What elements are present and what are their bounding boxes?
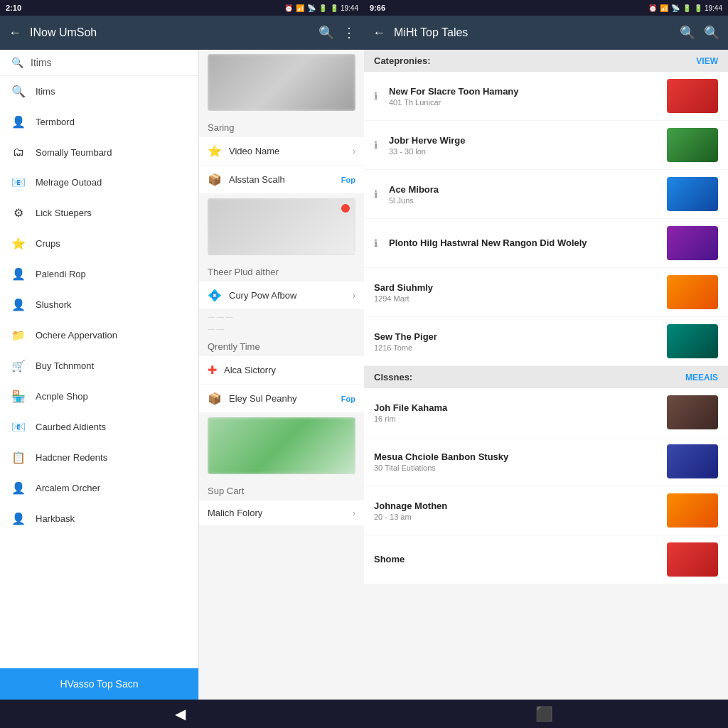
sidebar-item-caurbed-aldients[interactable]: 📧 Caurbed Aldients — [0, 412, 198, 442]
class-item[interactable]: Joh File Kahama 16 rim — [364, 388, 728, 437]
sidebar-item-acnple-shop[interactable]: 🏪 Acnple Shop — [0, 381, 198, 412]
class-item[interactable]: Mesua Chciole Banbon Stusky 30 Tital Eut… — [364, 437, 728, 486]
cury-label: Cury Pow Afbow — [229, 290, 346, 301]
alca-label: Alca Sictorry — [224, 365, 355, 375]
right-content: Catepronies: VIEW ℹ New For Slacre Toon … — [364, 50, 728, 700]
search-label: Itims — [31, 57, 52, 68]
right-search-icon-2[interactable]: 🔍 — [704, 25, 719, 41]
left-back-button[interactable]: ← — [9, 26, 21, 41]
sidebar-item-label: Acnple Shop — [36, 391, 88, 402]
chevron-icon-2: › — [353, 291, 355, 301]
left-icons: ⏰ 📶 📡 🔋 🔋 19:44 — [284, 4, 358, 12]
category-item[interactable]: ℹ Jobr Herve Wirge 33 - 30 lon — [364, 121, 728, 169]
sidebar-item-label: Termbord — [36, 117, 75, 127]
middle-item-malich[interactable]: Malich Folory › — [199, 500, 364, 525]
item-info: Shome — [374, 554, 660, 566]
categories-header: Catepronies: VIEW — [364, 50, 728, 72]
sidebar-item-arcalem-orcher[interactable]: 👤 Arcalem Orcher — [0, 473, 198, 503]
left-search-icon[interactable]: 🔍 — [318, 25, 334, 41]
middle-thumb-1 — [208, 54, 355, 111]
sidebar-item-crups[interactable]: ⭐ Crups — [0, 228, 198, 259]
eley-badge: Fop — [341, 395, 355, 403]
right-back-button[interactable]: ← — [373, 26, 385, 41]
classes-action-btn[interactable]: MEEAIS — [685, 373, 718, 382]
left-topbar: ← INow UmSoh 🔍 ⋮ — [0, 16, 364, 50]
wifi-icon: 📶 — [296, 4, 304, 12]
left-panel-title: INow UmSoh — [30, 26, 310, 39]
sidebar-item-icon: 👤 — [11, 267, 26, 281]
sidebar-item-label: Buy Tchnmont — [36, 360, 94, 371]
sidebar-bottom-button[interactable]: HVasso Top Sacn — [0, 668, 198, 700]
alsstan-badge: Fop — [341, 176, 355, 184]
info-icon: ℹ — [374, 139, 378, 151]
sidebar-item-icon: 🔍 — [11, 85, 26, 98]
right-status-bar: 9:66 ⏰ 📶 📡 🔋 🔋 19:44 — [364, 0, 728, 16]
section2-header: Theer Plud alther — [199, 259, 364, 282]
item-info: Sard Siuhmly 1294 Mart — [374, 282, 660, 303]
middle-item-eley[interactable]: 📦 Eley Sul Peanhy Fop — [199, 385, 364, 412]
sidebar-item-hadcner-redents[interactable]: 📋 Hadcner Redents — [0, 442, 198, 473]
item-title: Plonto Hilg Hastwral New Rangon Did Wole… — [389, 237, 660, 248]
back-nav-button[interactable]: ◀ — [175, 705, 186, 722]
item-subtitle: 30 Tital Eutiations — [374, 464, 660, 472]
middle-thumb-2 — [208, 198, 355, 255]
sidebar-item-termbord[interactable]: 👤 Termbord — [0, 107, 198, 137]
featured-item[interactable]: ℹ Plonto Hilg Hastwral New Rangon Did Wo… — [364, 219, 728, 267]
sidebar-item-label: Caurbed Aldients — [36, 422, 106, 432]
middle-item-video-name[interactable]: ⭐ Video Name › — [199, 137, 364, 165]
category-item[interactable]: ℹ Ace Mibora 5l Juns — [364, 170, 728, 218]
search-icon: 🔍 — [11, 57, 23, 68]
alarm-icon: ⏰ — [284, 4, 293, 12]
class-item[interactable]: Shome — [364, 535, 728, 584]
section4-header: Sup Cart — [199, 478, 364, 500]
item-title: Sew The Piger — [374, 331, 660, 342]
categories-view-btn[interactable]: VIEW — [696, 56, 718, 66]
sidebar-item-somally-teumbard[interactable]: 🗂 Somally Teumbard — [0, 137, 198, 167]
section1-header: Saring — [199, 115, 364, 137]
sidebar-item-palendi-rop[interactable]: 👤 Palendi Rop — [0, 259, 198, 289]
sidebar-search[interactable]: 🔍 Itims — [0, 50, 198, 76]
category-item[interactable]: ℹ New For Slacre Toon Hamany 401 Th Luni… — [364, 72, 728, 120]
chevron-icon: › — [353, 146, 355, 156]
left-panel: ← INow UmSoh 🔍 ⋮ 🔍 Itims 🔍 Itims 👤 Termb… — [0, 16, 364, 700]
left-more-icon[interactable]: ⋮ — [343, 25, 355, 41]
sidebar-item-icon: 👤 — [11, 512, 26, 525]
sidebar-item-ochere-appervation[interactable]: 📁 Ochere Appervation — [0, 320, 198, 350]
sidebar-item-icon: 👤 — [11, 115, 26, 129]
middle-item-cury[interactable]: 💠 Cury Pow Afbow › — [199, 282, 364, 309]
sidebar-item-melrage-outoad[interactable]: 📧 Melrage Outoad — [0, 167, 198, 198]
featured-item[interactable]: Sew The Piger 1216 Tome — [364, 317, 728, 365]
sidebar-item-label: Melrage Outoad — [36, 177, 102, 188]
malich-label: Malich Folory — [208, 508, 346, 518]
class-item[interactable]: Johnage Mothen 20 - 13 am — [364, 486, 728, 535]
item-info: Mesua Chciole Banbon Stusky 30 Tital Eut… — [374, 451, 660, 472]
sidebar-item-harkbask[interactable]: 👤 Harkbask — [0, 503, 198, 534]
sidebar-item-icon: 🏪 — [11, 390, 26, 403]
middle-item-alsstan[interactable]: 📦 Alsstan Scalh Fop — [199, 166, 364, 193]
sidebar-item-slushork[interactable]: 👤 Slushork — [0, 289, 198, 320]
sidebar-item-label: Ochere Appervation — [36, 330, 117, 341]
signal-icon-r: 📡 — [671, 4, 680, 12]
sidebar-item-buy-tchnmont[interactable]: 🛒 Buy Tchnmont — [0, 350, 198, 381]
sidebar-item-lick-stuepers[interactable]: ⚙ Lick Stuepers — [0, 198, 198, 228]
item-subtitle: 1294 Mart — [374, 294, 660, 303]
categories-title: Catepronies: — [374, 55, 430, 66]
sidebar-item-itims[interactable]: 🔍 Itims — [0, 76, 198, 107]
middle-item-alca[interactable]: ✚ Alca Sictorry — [199, 356, 364, 384]
video-name-label: Video Name — [229, 146, 346, 156]
sidebar-item-icon: 🛒 — [11, 359, 26, 373]
featured-item[interactable]: Sard Siuhmly 1294 Mart — [364, 268, 728, 316]
left-time-right: 🔋 19:44 — [330, 4, 358, 12]
classes-title: Clssnes: — [374, 372, 412, 382]
item-info: New For Slacre Toon Hamany 401 Th Lunica… — [389, 86, 660, 107]
item-thumbnail — [667, 177, 718, 211]
middle-panel: Saring ⭐ Video Name › 📦 Alsstan Scalh Fo… — [199, 50, 364, 700]
alarm-icon-r: ⏰ — [648, 4, 657, 12]
home-nav-button[interactable]: ⬛ — [535, 705, 553, 722]
right-search-icon-1[interactable]: 🔍 — [680, 25, 695, 41]
item-thumbnail — [667, 395, 718, 429]
item-info: Sew The Piger 1216 Tome — [374, 331, 660, 352]
item-info: Johnage Mothen 20 - 13 am — [374, 500, 660, 521]
right-time-right: 🔋 19:44 — [694, 4, 722, 12]
item-title: Sard Siuhmly — [374, 282, 660, 293]
